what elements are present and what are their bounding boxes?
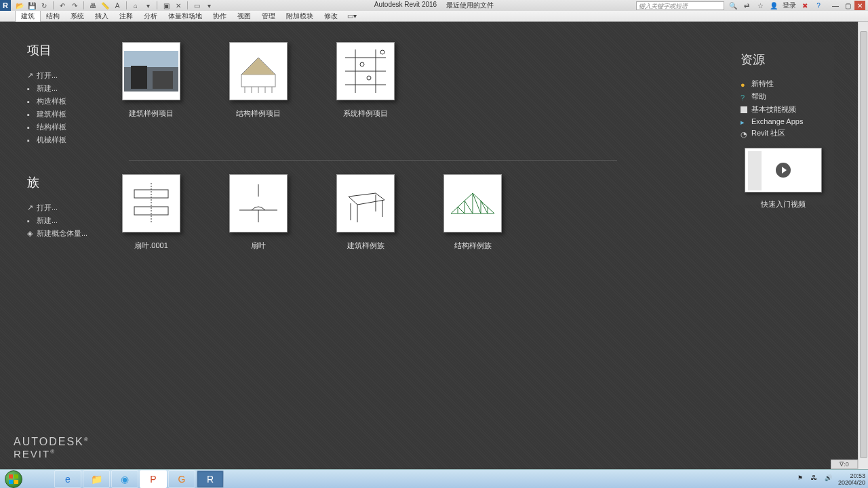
- tab-manage[interactable]: 管理: [256, 10, 281, 22]
- taskbar-app2[interactable]: G: [168, 470, 195, 488]
- login-link[interactable]: 登录: [783, 1, 796, 10]
- exchange-icon[interactable]: ✖: [800, 1, 810, 10]
- tray-flag-icon[interactable]: ⚑: [797, 474, 807, 484]
- projects-title: 项目: [27, 42, 95, 58]
- intro-video-tile[interactable]: 快速入门视频: [741, 148, 826, 209]
- svg-line-32: [481, 201, 488, 214]
- tab-analyze[interactable]: 分析: [138, 10, 163, 22]
- switch-icon[interactable]: ▭: [192, 1, 201, 10]
- svg-point-13: [380, 50, 384, 54]
- tab-addins[interactable]: 附加模块: [281, 10, 319, 22]
- template-structure[interactable]: ▪结构样板: [27, 121, 95, 134]
- ribbon-expand-icon[interactable]: ▭▾: [347, 12, 357, 20]
- save-icon[interactable]: 💾: [27, 1, 37, 10]
- search-input[interactable]: 键入关键字或短语: [636, 1, 724, 10]
- print-icon[interactable]: 🖶: [88, 1, 98, 10]
- help-icon[interactable]: ?: [814, 1, 823, 10]
- tile-struct-family[interactable]: 结构样例族: [443, 174, 502, 251]
- tile-system-sample[interactable]: 系统样例项目: [336, 42, 395, 146]
- family-new-link[interactable]: ▪新建...: [27, 214, 95, 227]
- tile-fanblade[interactable]: 扇叶: [229, 174, 288, 251]
- app-icon[interactable]: R: [0, 0, 11, 11]
- file-icon: ▪: [27, 85, 34, 93]
- quick-access-toolbar: 📂 💾 ↻ ↶ ↷ 🖶 📏 A ⌂ ▾ ▣ ✕ ▭ ▾: [14, 1, 214, 10]
- windows-taskbar: e 📁 ◉ P G R ⚑ 🖧 🔊 20:53 2020/4/20: [0, 469, 868, 488]
- undo-icon[interactable]: ↶: [58, 1, 67, 10]
- user-icon[interactable]: 👤: [769, 1, 778, 10]
- close-view-icon[interactable]: ✕: [174, 1, 183, 10]
- family-conceptual-link[interactable]: ◈新建概念体量...: [27, 227, 95, 240]
- taskbar-explorer[interactable]: 📁: [83, 470, 110, 488]
- play-icon: [776, 163, 791, 178]
- exchange-icon: ▸: [741, 118, 747, 125]
- template-mechanical[interactable]: ▪机械样板: [27, 134, 95, 146]
- tile-arch-family[interactable]: 建筑样例族: [336, 174, 395, 251]
- measure-icon[interactable]: 📏: [100, 1, 110, 10]
- clock[interactable]: 20:53 2020/4/20: [838, 472, 865, 486]
- file-icon: ▪: [27, 136, 34, 144]
- tab-view[interactable]: 视图: [232, 10, 256, 22]
- tab-systems[interactable]: 系统: [65, 10, 90, 22]
- svg-line-29: [458, 207, 465, 214]
- tray-sound-icon[interactable]: 🔊: [825, 474, 834, 484]
- tile-struct-sample[interactable]: 结构样例项目: [229, 42, 288, 146]
- text-icon[interactable]: A: [113, 1, 122, 10]
- tab-architecture[interactable]: 建筑: [15, 9, 41, 23]
- sync-icon[interactable]: ↻: [39, 1, 49, 10]
- resource-community[interactable]: ◔Revit 社区: [741, 127, 826, 140]
- close-button[interactable]: ✕: [854, 1, 865, 10]
- tile-fanblade-0001[interactable]: 扇叶.0001: [122, 174, 180, 251]
- tile-arch-sample[interactable]: 建筑样例项目: [122, 42, 180, 146]
- file-icon: ▪: [27, 123, 34, 131]
- start-button[interactable]: [1, 470, 26, 489]
- taskbar-app1[interactable]: ◉: [111, 470, 138, 488]
- svg-rect-33: [9, 474, 13, 479]
- svg-point-11: [360, 62, 364, 66]
- resource-exchange[interactable]: ▸Exchange Apps: [741, 116, 826, 127]
- taskbar-revit[interactable]: R: [197, 470, 224, 488]
- structure-thumbnail: [231, 44, 285, 98]
- resource-help[interactable]: ?帮助: [741, 90, 826, 103]
- project-new-link[interactable]: ▪新建...: [27, 82, 95, 95]
- dropdown-icon[interactable]: ▾: [143, 1, 153, 10]
- truss-thumbnail: [446, 176, 500, 230]
- project-open-link[interactable]: ↗打开...: [27, 69, 95, 82]
- template-architecture[interactable]: ▪建筑样板: [27, 108, 95, 121]
- tab-structure[interactable]: 结构: [41, 10, 65, 22]
- taskbar-ie[interactable]: e: [54, 470, 81, 488]
- home-icon[interactable]: ⌂: [131, 1, 140, 10]
- tab-insert[interactable]: 插入: [90, 10, 114, 22]
- tab-massing[interactable]: 体量和场地: [163, 10, 208, 22]
- taskbar-powerpoint[interactable]: P: [140, 470, 167, 488]
- tab-modify[interactable]: 修改: [319, 10, 343, 22]
- filter-indicator[interactable]: ∇:0: [831, 460, 858, 469]
- ribbon-tabs: 建筑 结构 系统 插入 注释 分析 体量和场地 协作 视图 管理 附加模块 修改…: [0, 11, 868, 22]
- app-title: Autodesk Revit 2016: [374, 1, 437, 10]
- svg-point-12: [367, 76, 371, 80]
- comm-icon[interactable]: ⇄: [742, 1, 751, 10]
- resource-videos[interactable]: 基本技能视频: [741, 103, 826, 116]
- maximize-button[interactable]: ▢: [842, 1, 853, 10]
- star-icon[interactable]: ☆: [755, 1, 765, 10]
- minimize-button[interactable]: —: [830, 1, 841, 10]
- tray-network-icon[interactable]: 🖧: [811, 474, 821, 484]
- vertical-scrollbar[interactable]: [858, 22, 868, 469]
- svg-line-30: [465, 201, 473, 214]
- search-icon[interactable]: 🔍: [728, 1, 738, 10]
- svg-line-31: [473, 193, 481, 214]
- table-thumbnail: [338, 176, 393, 230]
- redo-icon[interactable]: ↷: [70, 1, 79, 10]
- tab-annotate[interactable]: 注释: [114, 10, 138, 22]
- svg-rect-34: [14, 474, 18, 479]
- help-icon: ?: [741, 94, 747, 100]
- window-icon[interactable]: ▣: [161, 1, 171, 10]
- svg-rect-35: [9, 480, 13, 484]
- video-icon: [741, 106, 747, 113]
- template-construction[interactable]: ▪构造样板: [27, 95, 95, 108]
- open-icon[interactable]: 📂: [15, 1, 24, 10]
- resource-whatsnew[interactable]: ●新特性: [741, 77, 826, 90]
- star-icon: ●: [741, 81, 747, 87]
- qat-dropdown-icon[interactable]: ▾: [204, 1, 214, 10]
- tab-collaborate[interactable]: 协作: [208, 10, 232, 22]
- family-open-link[interactable]: ↗打开...: [27, 201, 95, 214]
